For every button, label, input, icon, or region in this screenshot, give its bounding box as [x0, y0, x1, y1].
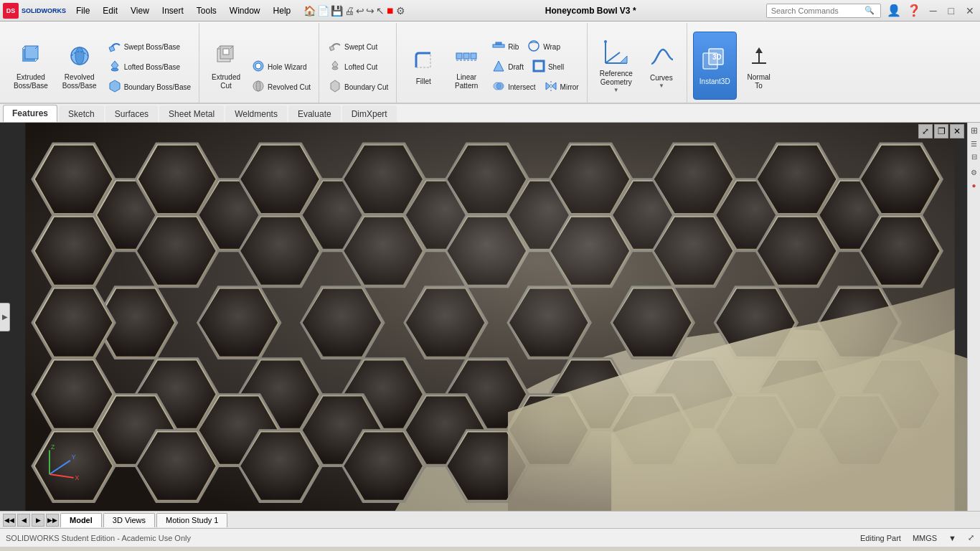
revolved-cut-button[interactable]: Revolved Cut — [248, 77, 314, 97]
tab-sketch[interactable]: Sketch — [59, 105, 104, 122]
menu-edit[interactable]: Edit — [97, 4, 123, 17]
draft-button[interactable]: Draft — [489, 57, 527, 77]
shell-icon — [532, 60, 545, 75]
lofted-cut-button[interactable]: Lofted Cut — [325, 57, 381, 77]
vp-maximize-icon[interactable]: ⤢ — [918, 124, 933, 138]
normal-to-button[interactable]: NormalTo — [738, 32, 780, 100]
svg-marker-35 — [546, 83, 550, 90]
tab-sheet-metal[interactable]: Sheet Metal — [159, 105, 224, 122]
tab-motion-study-1[interactable]: Motion Study 1 — [156, 513, 227, 527]
reference-geometry-button[interactable]: ReferenceGeometry ▼ — [593, 32, 639, 100]
mirror-button[interactable]: Mirror — [541, 77, 583, 97]
minimize-button[interactable]: ─ — [927, 5, 940, 17]
ribbon-group-instant3d: 3D Instant3D NormalTo — [689, 23, 784, 103]
tab-weldments[interactable]: Weldments — [225, 105, 287, 122]
swept-boss-button[interactable]: Swept Boss/Base — [105, 37, 184, 57]
hole-wizard-icon — [252, 60, 265, 75]
curves-dropdown[interactable]: ▼ — [659, 83, 664, 89]
vp-settings-icon[interactable]: ⚙ — [969, 167, 979, 177]
nav-prev-button[interactable]: ◀ — [17, 514, 30, 527]
svg-line-4 — [35, 59, 38, 62]
vp-expand-icon[interactable]: ⊞ — [969, 126, 979, 136]
ref-geo-dropdown[interactable]: ▼ — [613, 87, 619, 93]
toolbar-stop-icon[interactable]: ⏹ — [386, 6, 395, 16]
svg-rect-26 — [471, 53, 476, 59]
menu-help[interactable]: Help — [268, 4, 297, 17]
cut2-row: Swept Cut Lofted Cut Boundary Cut — [325, 26, 392, 100]
tab-evaluate[interactable]: Evaluate — [288, 105, 341, 122]
hole-wizard-button[interactable]: Hole Wizard — [248, 57, 310, 77]
vp-grid-icon[interactable]: ⊟ — [969, 151, 979, 161]
extruded-boss-button[interactable]: ExtrudedBoss/Base — [7, 32, 55, 100]
fillet-button[interactable]: Fillet — [402, 32, 444, 100]
svg-line-2 — [22, 46, 25, 49]
status-expand-icon[interactable]: ⤢ — [968, 533, 974, 542]
curves-button[interactable]: Curves ▼ — [641, 32, 682, 100]
toolbar-select-icon[interactable]: ↖ — [376, 5, 385, 17]
maximize-button[interactable]: □ — [946, 5, 957, 17]
mirror-icon — [545, 80, 557, 95]
ref-geo-row: ReferenceGeometry ▼ Curves ▼ — [593, 26, 682, 100]
ribbon-group-cut: ExtrudedCut Hole Wizard Revolved Cut — [201, 23, 319, 103]
menu-insert[interactable]: Insert — [156, 4, 189, 17]
normal-to-label: NormalTo — [748, 73, 771, 90]
search-input[interactable] — [771, 6, 864, 15]
tab-dimxpert[interactable]: DimXpert — [342, 105, 397, 122]
toolbar-new-icon[interactable]: 📄 — [317, 5, 329, 17]
nav-next-button[interactable]: ▶ — [32, 514, 44, 527]
left-panel-collapse[interactable]: ▶ — [0, 303, 10, 331]
wrap-button[interactable]: Wrap — [524, 37, 564, 57]
logo-icon: DS — [3, 3, 19, 19]
vp-restore-icon[interactable]: ❐ — [934, 124, 948, 138]
boundary-boss-icon — [108, 80, 121, 95]
boundary-cut-button[interactable]: Boundary Cut — [325, 77, 392, 97]
hole-wizard-label: Hole Wizard — [268, 63, 306, 71]
boundary-boss-button[interactable]: Boundary Boss/Base — [105, 77, 194, 97]
search-box[interactable]: 🔍 — [766, 4, 881, 18]
user-icon[interactable]: 👤 — [887, 4, 901, 17]
rib-button[interactable]: Rib — [489, 37, 522, 57]
svg-point-6 — [75, 47, 84, 65]
svg-marker-10 — [110, 80, 120, 92]
nav-last-button[interactable]: ▶▶ — [46, 514, 59, 527]
revolved-boss-button[interactable]: RevolvedBoss/Base — [56, 32, 103, 100]
cut-row: ExtrudedCut Hole Wizard Revolved Cut — [205, 26, 314, 100]
toolbar-save-icon[interactable]: 💾 — [331, 5, 343, 17]
status-text: SOLIDWORKS Student Edition - Academic Us… — [6, 534, 191, 542]
swept-cut-button[interactable]: Swept Cut — [325, 37, 381, 57]
linear-pattern-button[interactable]: LinearPattern — [446, 32, 487, 100]
menu-view[interactable]: View — [125, 4, 155, 17]
tab-surfaces[interactable]: Surfaces — [105, 105, 158, 122]
menu-tools[interactable]: Tools — [191, 4, 222, 17]
help-icon[interactable]: ❓ — [907, 4, 921, 17]
svg-text:X: X — [75, 474, 80, 481]
menu-window[interactable]: Window — [224, 4, 266, 17]
vp-list-icon[interactable]: ☰ — [969, 138, 979, 149]
instant3d-button[interactable]: 3D Instant3D — [693, 32, 737, 100]
tab-3d-views[interactable]: 3D Views — [103, 513, 155, 527]
linear-pattern-label: LinearPattern — [455, 73, 478, 90]
svg-rect-24 — [456, 53, 462, 59]
lofted-boss-button[interactable]: Lofted Boss/Base — [105, 57, 184, 77]
swept-boss-label: Swept Boss/Base — [124, 43, 180, 51]
toolbar-undo-icon[interactable]: ↩ — [356, 5, 364, 17]
toolbar-settings-icon[interactable]: ⚙ — [396, 5, 405, 17]
close-button[interactable]: ✕ — [963, 5, 977, 17]
ribbon: ExtrudedBoss/Base RevolvedBoss/Base Swep… — [0, 22, 980, 104]
svg-rect-28 — [493, 44, 504, 47]
toolbar-print-icon[interactable]: 🖨 — [344, 5, 354, 17]
revolved-cut-icon — [252, 80, 265, 95]
extruded-cut-button[interactable]: ExtrudedCut — [205, 32, 247, 100]
menu-file[interactable]: File — [70, 4, 95, 17]
tab-model[interactable]: Model — [60, 513, 102, 527]
units-dropdown[interactable]: ▼ — [948, 534, 956, 542]
toolbar-redo-icon[interactable]: ↪ — [366, 5, 374, 17]
intersect-button[interactable]: Intersect — [489, 77, 539, 97]
extruded-cut-label: ExtrudedCut — [212, 73, 240, 90]
nav-first-button[interactable]: ◀◀ — [3, 514, 16, 527]
vp-color-icon[interactable]: ● — [969, 180, 979, 190]
tab-features[interactable]: Features — [3, 105, 57, 122]
shell-button[interactable]: Shell — [529, 57, 567, 77]
vp-close-icon[interactable]: ✕ — [950, 124, 964, 138]
toolbar-home-icon[interactable]: 🏠 — [303, 5, 316, 17]
